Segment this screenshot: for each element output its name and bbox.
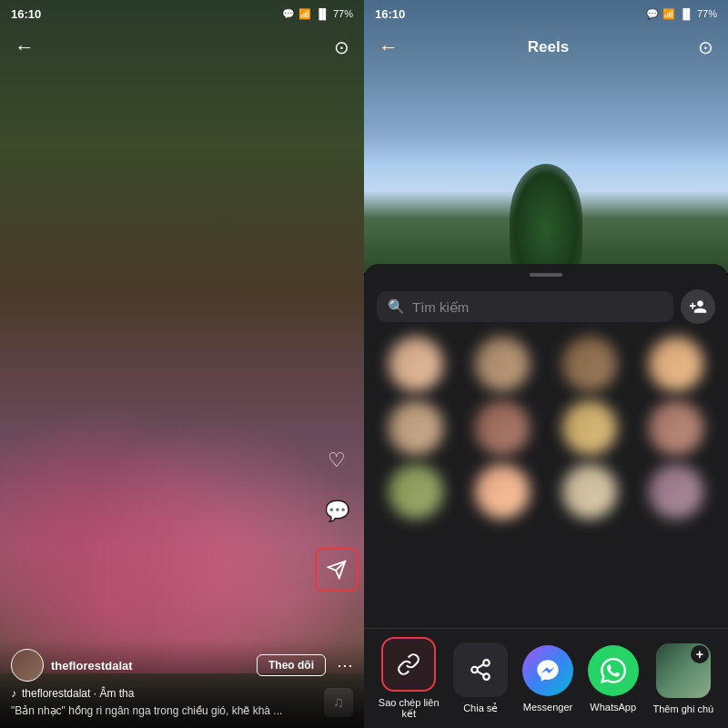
music-name: theflorestdalat · Âm tha [22, 687, 134, 700]
follow-button[interactable]: Theo dõi [257, 654, 326, 676]
contact-avatar [475, 464, 530, 519]
right-battery: 77% [697, 8, 717, 19]
contact-avatar [562, 337, 617, 391]
comment-button[interactable]: 💬 [320, 495, 353, 528]
search-bar[interactable]: 🔍 [377, 291, 673, 322]
add-note-label: Thêm ghi chú [652, 703, 713, 714]
whatsapp-label: WhatsApp [590, 702, 636, 713]
avatar [11, 649, 44, 682]
contact-item[interactable] [551, 400, 629, 455]
contact-avatar [649, 337, 703, 391]
left-back-button[interactable]: ← [15, 35, 35, 59]
contact-avatar [475, 337, 530, 391]
contact-avatar [649, 400, 703, 455]
right-status-icons: 💬 📶 ▐▌ 77% [646, 8, 717, 20]
share-label: Chia sẻ [463, 703, 498, 714]
left-share-button[interactable] [315, 548, 359, 592]
like-button[interactable]: ♡ [320, 444, 353, 477]
svg-point-4 [484, 673, 490, 680]
svg-line-5 [478, 672, 484, 675]
right-panel: 16:10 💬 📶 ▐▌ 77% ← Reels ⊙ 🔍 [364, 0, 728, 728]
copy-link-label: Sao chép liênkết [379, 697, 440, 720]
add-note-action[interactable]: + Thêm ghi chú [652, 643, 713, 714]
right-wifi-icon: 📶 [662, 8, 675, 20]
contact-item[interactable] [638, 400, 716, 455]
messenger-icon-wrap [522, 645, 573, 696]
contact-avatar [649, 464, 703, 519]
contact-item[interactable] [377, 337, 455, 391]
svg-line-6 [478, 664, 484, 668]
right-time: 16:10 [375, 7, 405, 21]
add-note-plus-icon: + [691, 645, 709, 663]
left-status-bar: 16:10 💬 📶 ▐▌ 77% [0, 0, 364, 27]
search-input[interactable] [412, 299, 662, 315]
svg-point-2 [484, 660, 490, 666]
contact-item[interactable] [551, 337, 629, 391]
contact-item[interactable] [638, 464, 716, 519]
right-signal-icon: ▐▌ [679, 8, 693, 19]
left-status-icons: 💬 📶 ▐▌ 77% [282, 8, 353, 20]
contact-item[interactable] [377, 464, 455, 519]
contact-avatar [389, 464, 443, 519]
contact-avatar [389, 337, 443, 391]
svg-point-3 [472, 667, 479, 673]
copy-link-icon-wrap [381, 637, 436, 692]
bottom-action-bar: Sao chép liênkết Chia sẻ [364, 628, 728, 728]
left-top-bar: ← ⊙ [0, 27, 364, 67]
contact-item[interactable] [638, 337, 716, 391]
contact-item[interactable] [464, 337, 542, 391]
contact-avatar [562, 400, 617, 455]
battery-left: 77% [333, 8, 353, 19]
left-time: 16:10 [11, 7, 41, 21]
contact-item[interactable] [464, 400, 542, 455]
add-person-button[interactable] [681, 289, 715, 324]
username[interactable]: theflorestdalat [51, 659, 249, 672]
user-row: theflorestdalat Theo dõi ⋯ [11, 649, 353, 682]
music-row: ♪ theflorestdalat · Âm tha [11, 687, 353, 700]
messenger-label: Messenger [523, 702, 572, 713]
add-note-wrap: + [656, 643, 711, 698]
left-side-icons: ♡ 💬 [320, 444, 353, 528]
share-icon-wrap [453, 642, 508, 697]
fb-icon: 💬 [646, 8, 659, 20]
contact-avatar [475, 400, 530, 455]
signal-icon: ▐▌ [315, 8, 329, 19]
contact-item[interactable] [377, 400, 455, 455]
reels-title: Reels [528, 38, 569, 56]
left-bottom-info: theflorestdalat Theo dõi ⋯ ♪ theflorestd… [0, 640, 364, 728]
contact-avatar [562, 464, 617, 519]
music-icon: ♪ [11, 687, 16, 700]
share-action[interactable]: Chia sẻ [453, 642, 508, 714]
share-sheet: 🔍 [364, 264, 728, 728]
right-top-bar: ← Reels ⊙ [364, 27, 728, 67]
right-status-bar: 16:10 💬 📶 ▐▌ 77% [364, 0, 728, 27]
caption: "Bản nhạc" hồng ri ngân nga trong chiều … [11, 703, 353, 719]
left-camera-button[interactable]: ⊙ [334, 36, 349, 58]
right-camera-button[interactable]: ⊙ [698, 36, 713, 58]
contacts-grid [364, 337, 728, 519]
left-panel: 16:10 💬 📶 ▐▌ 77% ← ⊙ ♡ 💬 theflorestdalat… [0, 0, 364, 728]
contact-avatar [389, 400, 443, 455]
flower-overlay [0, 328, 364, 673]
right-back-button[interactable]: ← [379, 35, 399, 59]
contact-item[interactable] [551, 464, 629, 519]
contact-item[interactable] [464, 464, 542, 519]
wifi-icon: 📶 [298, 8, 311, 20]
whatsapp-icon-wrap [588, 645, 639, 696]
messenger-action[interactable]: Messenger [522, 645, 573, 713]
sheet-handle [530, 273, 562, 277]
tree-shape [510, 164, 582, 273]
whatsapp-action[interactable]: WhatsApp [588, 645, 639, 713]
messenger-status-icon: 💬 [282, 8, 295, 20]
search-icon: 🔍 [388, 298, 405, 315]
more-button[interactable]: ⋯ [337, 655, 353, 675]
copy-link-action[interactable]: Sao chép liênkết [379, 637, 440, 720]
